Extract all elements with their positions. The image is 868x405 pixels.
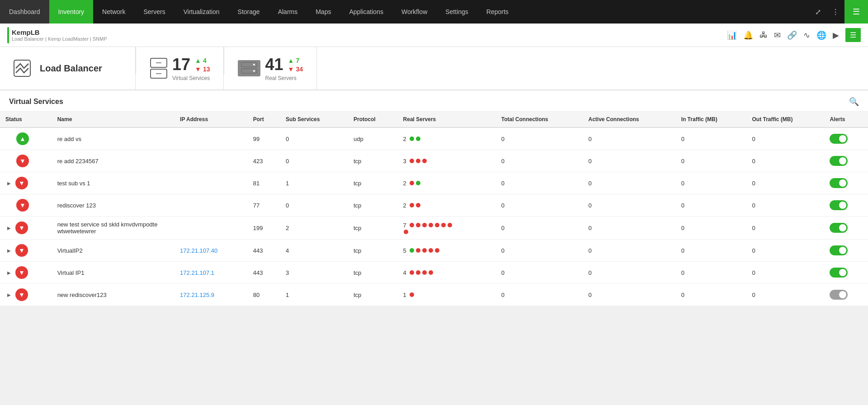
expand-button[interactable]: ▶ — [5, 181, 13, 186]
table-row: ▶▼new rediscover123172.21.125.9801tcp1 0… — [0, 284, 868, 306]
protocol-cell: udp — [348, 127, 398, 150]
red-server-dot — [410, 223, 414, 227]
table-row: ▶▼new test service sd skld kmvdvmpodte w… — [0, 217, 868, 240]
alert-toggle[interactable] — [830, 134, 848, 144]
nav-item-workflow[interactable]: Workflow — [392, 0, 436, 24]
real-servers-cell: 5 — [398, 240, 496, 262]
nav-item-maps[interactable]: Maps — [307, 0, 340, 24]
table-row: ▲re add vs990udp2 0000 — [0, 127, 868, 150]
vs-up-badge: ▲ 4 — [195, 57, 210, 64]
status-down-icon: ▼ — [15, 266, 28, 279]
rs-count: 4 — [403, 269, 406, 276]
real-servers-cell: 2 — [398, 172, 496, 194]
protocol-cell: tcp — [348, 284, 398, 306]
ip-link[interactable]: 172.21.125.9 — [180, 292, 214, 298]
alerts-cell[interactable] — [824, 150, 868, 172]
real-servers-cell: 7 — [398, 217, 496, 240]
alert-toggle[interactable] — [830, 223, 848, 233]
green-server-dot — [416, 137, 420, 141]
vs-search-icon[interactable]: 🔍 — [849, 97, 859, 107]
alerts-cell[interactable] — [824, 217, 868, 240]
status-down-icon: ▼ — [15, 221, 28, 234]
ip-cell[interactable]: 172.21.107.40 — [175, 240, 248, 262]
total-connections-cell: 0 — [496, 150, 583, 172]
alerts-cell[interactable] — [824, 284, 868, 306]
sub-header: KempLB Load Balancer | Kemp LoadMaster |… — [0, 24, 868, 47]
alert-toggle[interactable] — [830, 200, 848, 210]
nav-item-dashboard[interactable]: Dashboard — [0, 0, 49, 24]
in-traffic-cell: 0 — [676, 240, 747, 262]
nav-item-reports[interactable]: Reports — [477, 0, 518, 24]
port-cell: 423 — [248, 150, 280, 172]
hamburger-button[interactable]: ☰ — [844, 0, 868, 24]
terminal-icon[interactable]: ▶ — [833, 30, 839, 40]
nav-item-settings[interactable]: Settings — [436, 0, 477, 24]
port-cell: 77 — [248, 194, 280, 217]
lb-label: Load Balancer — [40, 63, 102, 74]
nav-right-controls: ⤢ ⋮ ☰ — [810, 0, 868, 24]
nav-item-network[interactable]: Network — [93, 0, 134, 24]
nav-item-servers[interactable]: Servers — [134, 0, 174, 24]
alert-toggle[interactable] — [830, 178, 848, 188]
green-menu-button[interactable]: ☰ — [845, 28, 861, 42]
graph-icon[interactable]: ∿ — [803, 30, 810, 40]
ip-link[interactable]: 172.21.107.40 — [180, 247, 217, 254]
alert-toggle[interactable] — [830, 268, 848, 278]
alerts-cell[interactable] — [824, 194, 868, 217]
green-server-dot — [416, 181, 420, 185]
green-server-dot — [410, 248, 414, 253]
bell-icon[interactable]: 🔔 — [743, 30, 753, 40]
alerts-cell[interactable] — [824, 240, 868, 262]
total-connections-cell: 0 — [496, 262, 583, 284]
link-icon[interactable]: 🔗 — [787, 30, 797, 40]
red-server-dot — [410, 159, 414, 163]
rs-count: 5 — [403, 247, 406, 254]
in-traffic-cell: 0 — [676, 194, 747, 217]
total-connections-cell: 0 — [496, 240, 583, 262]
alerts-cell[interactable] — [824, 262, 868, 284]
table-row: ▼rediscover 123770tcp2 0000 — [0, 194, 868, 217]
status-cell: ▶▼ — [0, 240, 52, 262]
alert-toggle[interactable] — [830, 245, 848, 255]
ip-cell[interactable]: 172.21.107.1 — [175, 262, 248, 284]
out-traffic-cell: 0 — [746, 172, 824, 194]
col-ip: IP Address — [175, 112, 248, 127]
nav-item-alarms[interactable]: Alarms — [269, 0, 307, 24]
chart-icon[interactable]: 📊 — [727, 30, 737, 40]
dots-menu-icon[interactable]: ⋮ — [826, 8, 844, 16]
compress-icon[interactable]: ⤢ — [810, 8, 826, 16]
col-protocol: Protocol — [348, 112, 398, 127]
globe-icon[interactable]: 🌐 — [816, 30, 826, 40]
expand-button[interactable]: ▶ — [5, 292, 13, 297]
expand-button[interactable]: ▶ — [5, 270, 13, 275]
nav-item-inventory[interactable]: Inventory — [49, 0, 94, 24]
status-cell: ▶▼ — [0, 262, 52, 284]
alerts-cell[interactable] — [824, 172, 868, 194]
port-cell: 443 — [248, 240, 280, 262]
vs-label: Virtual Services — [172, 75, 210, 81]
rs-total: 41 — [265, 55, 283, 74]
alert-toggle[interactable] — [830, 156, 848, 166]
expand-button[interactable]: ▶ — [5, 226, 13, 231]
in-traffic-cell: 0 — [676, 127, 747, 150]
table-row: ▶▼VirtualIP2172.21.107.404434tcp5 0000 — [0, 240, 868, 262]
nav-item-storage[interactable]: Storage — [229, 0, 269, 24]
network-icon[interactable]: 🖧 — [760, 30, 768, 40]
ip-cell[interactable]: 172.21.125.9 — [175, 284, 248, 306]
in-traffic-cell: 0 — [676, 150, 747, 172]
alerts-cell[interactable] — [824, 127, 868, 150]
total-connections-cell: 0 — [496, 172, 583, 194]
nav-item-virtualization[interactable]: Virtualization — [175, 0, 229, 24]
total-connections-cell: 0 — [496, 217, 583, 240]
expand-button[interactable]: ▶ — [5, 248, 13, 253]
active-connections-cell: 0 — [583, 240, 675, 262]
active-connections-cell: 0 — [583, 150, 675, 172]
real-servers-cell: 2 — [398, 127, 496, 150]
summary-real-servers: 41 ▲ 7 ▼ 34 Real Servers — [224, 47, 316, 89]
ip-link[interactable]: 172.21.107.1 — [180, 269, 214, 276]
col-name: Name — [52, 112, 175, 127]
alert-toggle[interactable] — [830, 290, 848, 300]
nav-item-applications[interactable]: Applications — [340, 0, 392, 24]
protocol-cell: tcp — [348, 240, 398, 262]
email-icon[interactable]: ✉ — [774, 30, 781, 40]
